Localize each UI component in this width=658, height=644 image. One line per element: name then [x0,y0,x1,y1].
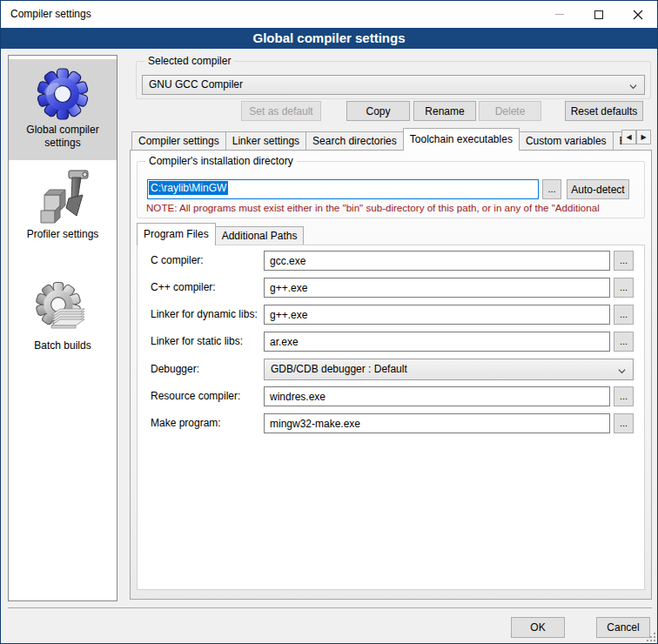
resource-compiler-browse-button[interactable]: ... [614,386,634,406]
sidebar-item-profiler-settings[interactable]: Profiler settings [9,164,117,261]
c-compiler-browse-button[interactable]: ... [614,251,634,271]
tab-toolchain-executables[interactable]: Toolchain executables [403,128,520,151]
chevron-down-icon [629,83,637,91]
window-title: Compiler settings [10,1,91,28]
selected-compiler-group-label: Selected compiler [144,55,234,67]
tab-search-directories[interactable]: Search directories [306,131,404,150]
make-program-input[interactable] [264,413,610,433]
arrow-right-icon: ▶ [641,133,646,141]
chevron-down-icon [618,367,626,375]
installation-directory-value: C:\raylib\MinGW [149,181,228,195]
sidebar-item-label: Profiler settings [9,228,117,241]
tab-custom-variables[interactable]: Custom variables [519,131,614,150]
installation-note: NOTE: All programs must exist either in … [146,202,644,215]
tab-build-options[interactable]: Build options [613,131,621,150]
tab-compiler-settings[interactable]: Compiler settings [131,131,226,150]
linker-dynamic-browse-button[interactable]: ... [614,305,634,325]
installation-directory-group-label: Compiler's installation directory [145,155,297,167]
sidebar-item-label: Batch builds [9,339,117,352]
caliper-icon [34,169,91,226]
footer-divider [8,607,652,608]
tab-additional-paths[interactable]: Additional Paths [215,226,305,245]
installation-directory-input[interactable]: C:\raylib\MinGW [147,179,539,199]
resource-compiler-label: Resource compiler: [151,386,240,406]
sidebar-item-label: Global compiler settings [9,124,117,150]
c-compiler-label: C compiler: [151,251,204,271]
maximize-icon [594,10,603,19]
c-compiler-input[interactable] [264,251,610,271]
tab-scroll-right-button[interactable]: ▶ [636,130,651,144]
auto-detect-button[interactable]: Auto-detect [567,179,629,199]
settings-category-list: Global compiler settings Profiler s [8,55,118,601]
linker-dynamic-input[interactable] [264,305,610,325]
installation-directory-browse-button[interactable]: ... [542,179,561,199]
make-program-browse-button[interactable]: ... [614,413,634,433]
compiler-select[interactable]: GNU GCC Compiler [142,75,645,95]
reset-defaults-button[interactable]: Reset defaults [565,101,643,121]
sidebar-item-global-compiler-settings[interactable]: Global compiler settings [9,59,117,160]
resize-grip[interactable] [647,633,655,641]
tab-linker-settings[interactable]: Linker settings [225,131,306,150]
cpp-compiler-input[interactable] [264,278,610,298]
page-title: Global compiler settings [1,28,657,49]
linker-static-input[interactable] [264,332,610,352]
tab-program-files[interactable]: Program Files [137,223,216,245]
linker-dynamic-label: Linker for dynamic libs: [151,305,258,325]
compiler-settings-dialog: Compiler settings Global compiler settin… [0,0,658,644]
main-tab-strip: Compiler settings Linker settings Search… [131,128,621,151]
compiler-select-value: GNU GCC Compiler [149,78,243,91]
window-controls [540,1,657,28]
program-files-tab-strip: Program Files Additional Paths [137,222,415,245]
close-button[interactable] [618,1,657,28]
set-as-default-button[interactable]: Set as default [241,101,321,121]
sidebar-item-batch-builds[interactable]: Batch builds [9,280,117,367]
tab-scroll-left-button[interactable]: ◀ [621,130,636,144]
rename-button[interactable]: Rename [413,101,476,121]
arrow-left-icon: ◀ [626,133,631,141]
resource-compiler-input[interactable] [264,386,610,406]
gray-gear-stack-icon [34,280,91,338]
copy-button[interactable]: Copy [346,101,410,121]
maximize-button[interactable] [579,1,618,28]
ok-button[interactable]: OK [511,617,565,638]
debugger-select-value: GDB/CDB debugger : Default [271,363,407,375]
linker-static-label: Linker for static libs: [151,332,243,352]
cancel-button[interactable]: Cancel [596,617,650,638]
debugger-label: Debugger: [151,359,199,379]
cpp-compiler-label: C++ compiler: [151,278,216,298]
cpp-compiler-browse-button[interactable]: ... [614,278,634,298]
minimize-icon [555,14,564,15]
minimize-button[interactable] [540,1,579,28]
make-program-label: Make program: [151,413,221,433]
blue-gear-icon [34,64,91,122]
linker-static-browse-button[interactable]: ... [614,332,634,352]
close-icon [633,10,643,20]
titlebar: Compiler settings [1,1,657,28]
delete-button[interactable]: Delete [479,101,541,121]
debugger-select[interactable]: GDB/CDB debugger : Default [264,359,634,380]
